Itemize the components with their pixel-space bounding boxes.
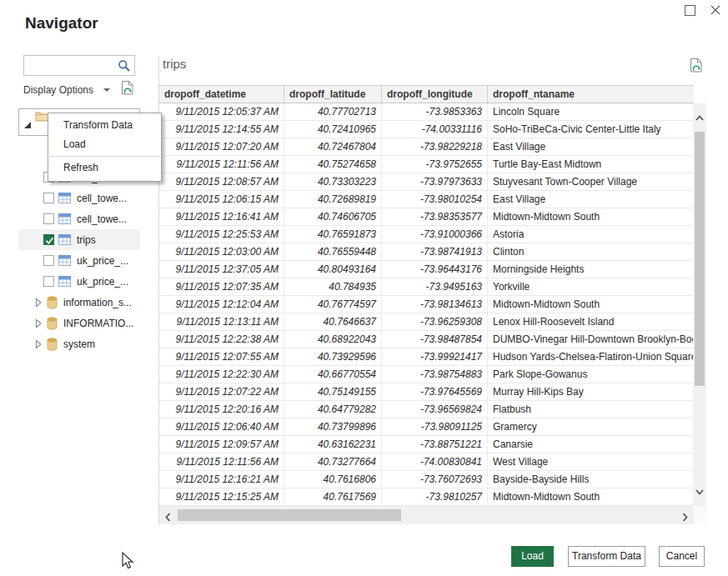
cell-dropoff-longitude: -74.00830841 <box>382 453 488 470</box>
table-icon <box>58 234 71 245</box>
cell-dropoff-datetime: 9/11/2015 12:13:11 AM <box>159 313 284 330</box>
cell-dropoff-datetime: 9/11/2015 12:22:38 AM <box>159 331 284 348</box>
dialog-title: Navigator <box>25 14 98 33</box>
context-menu: Transform Data Load Refresh <box>48 113 162 182</box>
cell-dropoff-datetime: 9/11/2015 12:15:25 AM <box>159 488 284 505</box>
close-icon[interactable] <box>709 3 722 17</box>
checkbox[interactable] <box>43 213 54 224</box>
column-header-dropoff-longitude[interactable]: dropoff_longitude <box>382 86 488 103</box>
tree-item-table[interactable]: uk_price_... <box>18 250 140 271</box>
cell-dropoff-ntaname: Stuyvesant Town-Cooper Village <box>488 173 694 190</box>
cell-dropoff-latitude: 40.66770554 <box>284 366 382 383</box>
cell-dropoff-longitude: -73.96569824 <box>382 401 488 418</box>
table-row: 9/11/2015 12:14:55 AM 40.72410965 -74.00… <box>159 121 694 138</box>
menu-item-refresh[interactable]: Refresh <box>48 158 161 178</box>
checkbox[interactable] <box>43 276 54 287</box>
cell-dropoff-ntaname: Morningside Heights <box>488 261 694 278</box>
navigator-dialog: Navigator Display Options <box>0 0 728 576</box>
table-row: 9/11/2015 12:08:57 AM 40.73303223 -73.97… <box>159 173 694 191</box>
menu-item-load[interactable]: Load <box>48 135 161 154</box>
tree-item-table[interactable]: cell_towe... <box>18 208 140 229</box>
table-row: 9/11/2015 12:11:56 AM 40.73277664 -74.00… <box>159 453 694 471</box>
cell-dropoff-longitude: -73.98134613 <box>382 296 488 313</box>
transform-data-button[interactable]: Transform Data <box>568 546 645 567</box>
preview-title: trips <box>163 57 186 71</box>
scroll-right-icon[interactable] <box>682 510 688 525</box>
cell-dropoff-ntaname: Hudson Yards-Chelsea-Flatiron-Union Squa… <box>488 348 694 365</box>
cell-dropoff-ntaname: Murray Hill-Kips Bay <box>488 383 694 400</box>
vertical-scrollbar[interactable] <box>693 103 706 506</box>
cell-dropoff-longitude: -73.98487854 <box>382 331 488 348</box>
checkbox[interactable] <box>43 255 54 266</box>
load-button[interactable]: Load <box>511 546 554 567</box>
cancel-button[interactable]: Cancel <box>659 546 705 567</box>
column-header-dropoff-ntaname[interactable]: dropoff_ntaname <box>488 86 694 103</box>
horizontal-scroll-thumb[interactable] <box>178 509 401 521</box>
search-input[interactable] <box>28 57 114 74</box>
navigation-tree: cell_towe... cell_towe... cell_t <box>18 167 140 354</box>
database-icon <box>47 317 58 330</box>
tree-item-database[interactable]: INFORMATIO... <box>18 313 140 333</box>
scroll-up-icon[interactable] <box>695 109 704 124</box>
chevron-right-icon[interactable] <box>35 339 43 349</box>
database-icon <box>47 296 58 309</box>
cell-dropoff-latitude: 40.7616806 <box>284 471 382 488</box>
table-row: 9/11/2015 12:22:30 AM 40.66770554 -73.98… <box>159 366 694 383</box>
tree-item-database[interactable]: system <box>18 333 140 354</box>
tree-item-database[interactable]: information_s... <box>18 292 140 313</box>
cell-dropoff-datetime: 9/11/2015 12:07:35 AM <box>159 278 284 295</box>
cell-dropoff-longitude: -73.9853363 <box>382 103 488 120</box>
refresh-preview-icon[interactable] <box>690 58 704 78</box>
cell-dropoff-ntaname: West Village <box>488 453 694 470</box>
tree-item-table[interactable]: cell_towe... <box>18 188 140 208</box>
column-header-dropoff-datetime[interactable]: dropoff_datetime <box>159 86 284 103</box>
cell-dropoff-latitude: 40.76591873 <box>284 226 382 243</box>
database-icon <box>47 338 58 351</box>
cell-dropoff-datetime: 9/11/2015 12:07:20 AM <box>159 138 284 155</box>
table-row: 9/11/2015 12:06:15 AM 40.72689819 -73.98… <box>159 191 694 208</box>
tree-item-label: trips <box>77 234 96 246</box>
cell-dropoff-datetime: 9/11/2015 12:07:55 AM <box>159 348 284 365</box>
table-row: 9/11/2015 12:05:37 AM 40.77702713 -73.98… <box>159 103 694 121</box>
chevron-right-icon[interactable] <box>35 298 43 308</box>
chevron-right-icon[interactable] <box>35 318 43 328</box>
cell-dropoff-longitude: -73.9752655 <box>382 156 488 173</box>
tree-item-label: uk_price_... <box>77 276 128 288</box>
tree-expanded-icon[interactable] <box>23 118 32 133</box>
cell-dropoff-ntaname: DUMBO-Vinegar Hill-Downtown Brooklyn-Boe… <box>488 331 694 348</box>
search-box <box>23 55 135 76</box>
tree-item-label: information_s... <box>63 297 132 308</box>
cell-dropoff-longitude: -73.99921417 <box>382 348 488 365</box>
table-row: 9/11/2015 12:22:38 AM 40.68922043 -73.98… <box>159 331 694 348</box>
menu-item-transform-data[interactable]: Transform Data <box>48 116 161 135</box>
tree-item-table[interactable]: uk_price_... <box>18 271 140 292</box>
cell-dropoff-longitude: -73.98353577 <box>382 208 488 225</box>
cell-dropoff-datetime: 9/11/2015 12:05:37 AM <box>159 103 284 120</box>
column-header-dropoff-latitude[interactable]: dropoff_latitude <box>284 86 382 103</box>
cell-dropoff-ntaname: SoHo-TriBeCa-Civic Center-Little Italy <box>488 121 694 138</box>
tree-item-table[interactable]: trips <box>18 229 140 250</box>
checkbox[interactable] <box>43 234 54 245</box>
cell-dropoff-datetime: 9/11/2015 12:07:22 AM <box>159 383 284 400</box>
cell-dropoff-datetime: 9/11/2015 12:20:16 AM <box>159 401 284 418</box>
scroll-left-icon[interactable] <box>165 510 171 525</box>
cell-dropoff-datetime: 9/11/2015 12:06:15 AM <box>159 191 284 208</box>
cell-dropoff-latitude: 40.75274658 <box>284 156 382 173</box>
preview-panel: trips dropoff_datetime dropoff_latitude … <box>158 56 706 524</box>
cell-dropoff-datetime: 9/11/2015 12:37:05 AM <box>159 261 284 278</box>
cell-dropoff-ntaname: Midtown-Midtown South <box>488 208 694 225</box>
table-row: 9/11/2015 12:06:40 AM 40.73799896 -73.98… <box>159 418 694 436</box>
table-row: 9/11/2015 12:07:22 AM 40.75149155 -73.97… <box>159 383 694 401</box>
vertical-scroll-thumb[interactable] <box>695 132 705 386</box>
cell-dropoff-latitude: 40.73303223 <box>284 173 382 190</box>
checkbox[interactable] <box>43 193 54 203</box>
cell-dropoff-latitude: 40.64779282 <box>284 401 382 418</box>
refresh-preview-icon[interactable] <box>121 80 135 101</box>
cell-dropoff-datetime: 9/11/2015 12:11:56 AM <box>159 156 284 173</box>
table-row: 9/11/2015 12:16:21 AM 40.7616806 -73.760… <box>159 471 694 488</box>
scroll-down-icon[interactable] <box>695 483 704 498</box>
cell-dropoff-ntaname: Clinton <box>488 243 694 260</box>
cell-dropoff-datetime: 9/11/2015 12:03:00 AM <box>159 243 284 260</box>
horizontal-scrollbar[interactable] <box>159 506 694 524</box>
maximize-icon[interactable] <box>685 5 695 16</box>
